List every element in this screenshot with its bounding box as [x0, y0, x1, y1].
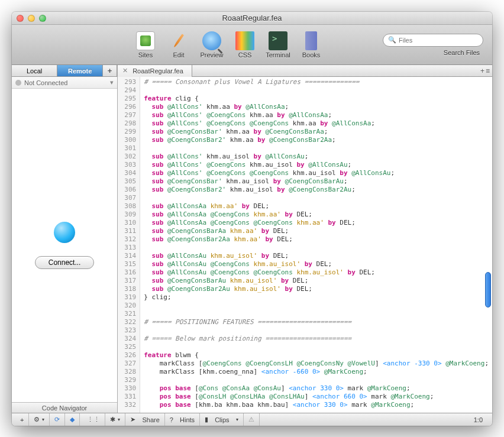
- toolbar: Sites Edit Preview CSS Terminal Books 🔍 …: [12, 25, 492, 65]
- preview-button[interactable]: Preview: [197, 31, 227, 59]
- search-label: Search Files: [444, 49, 480, 56]
- footer-action-button[interactable]: ✱▾: [105, 413, 125, 426]
- search-box[interactable]: 🔍: [383, 34, 483, 47]
- file-tab[interactable]: ✕ RoaatRegular.fea: [118, 65, 192, 77]
- file-tabs: ✕ RoaatRegular.fea + ≡: [118, 65, 492, 77]
- tab-remote[interactable]: Remote: [57, 65, 103, 76]
- tab-local[interactable]: Local: [12, 65, 57, 76]
- app-window: RoaatRegular.fea Sites Edit Preview CSS …: [12, 12, 492, 426]
- tab-add[interactable]: +: [103, 65, 117, 76]
- share-button[interactable]: ➤ Share: [125, 413, 164, 426]
- sidebar: Local Remote + Not Connected ▾ Connect..…: [12, 65, 118, 413]
- code-navigator-header[interactable]: Code Navigator: [12, 402, 117, 413]
- zoom-icon[interactable]: [39, 15, 46, 22]
- warning-icon: ⚠: [248, 416, 254, 423]
- traffic-lights: [17, 15, 46, 22]
- clip-icon: ▮: [205, 416, 208, 423]
- add-tab-icon[interactable]: +: [480, 67, 484, 75]
- titlebar: RoaatRegular.fea: [12, 12, 492, 25]
- warning-button[interactable]: ⚠: [244, 413, 260, 426]
- footer-add-button[interactable]: +: [15, 413, 29, 426]
- swatch-icon: [235, 31, 254, 50]
- globe-icon: [54, 222, 75, 243]
- sidebar-body: Connect...: [12, 89, 117, 402]
- terminal-button[interactable]: Terminal: [263, 31, 293, 59]
- sites-button[interactable]: Sites: [131, 31, 160, 59]
- clips-button[interactable]: ▮ Clips ▾: [200, 413, 244, 426]
- line-gutter: 2932942952962972982993003013023033043053…: [118, 77, 140, 413]
- editor: ✕ RoaatRegular.fea + ≡ 29329429529629729…: [118, 65, 492, 413]
- cursor-position: 1:0: [468, 416, 489, 423]
- search-input[interactable]: [399, 37, 480, 44]
- footer-sync-button[interactable]: ⟳: [50, 413, 65, 426]
- chevron-down-icon: ▾: [110, 79, 114, 86]
- terminal-icon: [269, 31, 287, 50]
- css-button[interactable]: CSS: [230, 31, 260, 59]
- window-title: RoaatRegular.fea: [12, 14, 492, 22]
- search-icon: 🔍: [388, 36, 396, 44]
- footer-columns-button[interactable]: ⋮⋮: [82, 413, 105, 426]
- close-icon[interactable]: [17, 15, 24, 22]
- scrollbar-thumb[interactable]: [485, 272, 491, 307]
- magnifier-icon: [202, 31, 221, 50]
- share-icon: ➤: [130, 416, 135, 423]
- close-tab-icon[interactable]: ✕: [122, 67, 128, 75]
- books-button[interactable]: Books: [296, 31, 326, 59]
- status-dot-icon: [15, 80, 21, 86]
- minimize-icon[interactable]: [28, 15, 35, 22]
- connect-button[interactable]: Connect...: [35, 256, 95, 269]
- help-icon: ?: [170, 416, 173, 423]
- pencil-icon: [169, 31, 188, 50]
- code-area[interactable]: 2932942952962972982993003013023033043053…: [118, 77, 492, 413]
- book-icon: [305, 31, 317, 50]
- connection-status[interactable]: Not Connected ▾: [12, 77, 117, 89]
- leaf-icon: [136, 31, 155, 50]
- hints-button[interactable]: ? Hints: [165, 413, 200, 426]
- tab-menu-icon[interactable]: ≡: [486, 67, 490, 75]
- code-text[interactable]: # ===== Consonant plus Vowel A Ligatures…: [140, 77, 492, 413]
- sidebar-tabs: Local Remote +: [12, 65, 117, 77]
- search-area: 🔍 Search Files: [383, 34, 483, 56]
- footer-info-button[interactable]: ◆: [65, 413, 80, 426]
- footer-gear-button[interactable]: ⚙︎▾: [29, 413, 50, 426]
- statusbar: + ⚙︎▾ ⟳ ◆ ⋮⋮ ✱▾ ➤ Share ? Hints ▮ Clips …: [12, 413, 492, 426]
- edit-button[interactable]: Edit: [164, 31, 193, 59]
